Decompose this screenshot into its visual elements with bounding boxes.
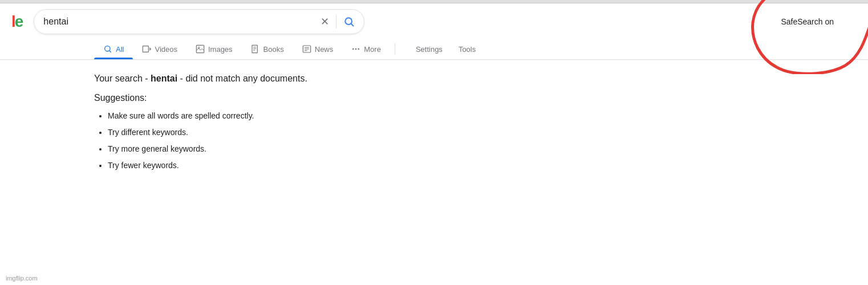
search-button[interactable]	[343, 16, 355, 27]
search-input[interactable]: hentai	[43, 17, 316, 27]
search-bar: hentai ✕	[34, 9, 364, 34]
search-bar-container: hentai ✕	[34, 9, 364, 34]
svg-line-3	[109, 51, 111, 52]
svg-rect-8	[252, 45, 257, 52]
no-results-message: Your search - hentai - did not match any…	[94, 74, 399, 84]
tab-news-label: News	[315, 45, 334, 54]
google-logo: le	[11, 13, 22, 31]
news-tab-icon	[302, 44, 311, 54]
logo-letter-e: e	[15, 13, 23, 30]
tab-videos-label: Videos	[155, 45, 177, 54]
suggestions-title: Suggestions:	[94, 93, 399, 103]
all-tab-icon	[103, 44, 112, 54]
tab-all-label: All	[116, 45, 124, 54]
suggestion-item: Make sure all words are spelled correctl…	[108, 110, 399, 122]
tab-videos[interactable]: Videos	[133, 39, 186, 59]
tab-images-label: Images	[208, 45, 233, 54]
header: le hentai ✕ SafeSearch on	[0, 3, 868, 34]
no-results-after: - did not match any documents.	[180, 74, 307, 83]
suggestions-list: Make sure all words are spelled correctl…	[94, 110, 399, 172]
main-content: Your search - hentai - did not match any…	[0, 60, 399, 190]
suggestion-item: Try more general keywords.	[108, 143, 399, 155]
nav-tabs: All Videos Images	[0, 36, 868, 60]
tab-images[interactable]: Images	[186, 39, 242, 59]
videos-tab-icon	[142, 44, 151, 54]
clear-icon[interactable]: ✕	[321, 17, 329, 27]
svg-line-1	[351, 24, 354, 26]
settings-tools: Settings Tools	[409, 39, 482, 59]
tab-news[interactable]: News	[293, 39, 343, 59]
suggestion-item: Try fewer keywords.	[108, 160, 399, 172]
images-tab-icon	[196, 44, 205, 54]
svg-marker-5	[150, 47, 152, 51]
more-tab-icon	[351, 44, 360, 54]
svg-rect-4	[143, 46, 149, 52]
tab-books-label: Books	[263, 45, 284, 54]
svg-point-16	[352, 48, 354, 50]
tab-more-label: More	[364, 45, 381, 54]
nav-divider	[395, 43, 395, 55]
books-tab-icon	[251, 44, 260, 54]
suggestion-item: Try different keywords.	[108, 127, 399, 139]
safe-search-area: SafeSearch on	[781, 17, 857, 26]
no-results-before: Your search -	[94, 74, 148, 83]
search-divider	[336, 15, 336, 28]
tab-all[interactable]: All	[94, 39, 133, 59]
tab-more[interactable]: More	[342, 39, 390, 59]
tools-button[interactable]: Tools	[452, 39, 482, 59]
search-icon	[343, 16, 355, 27]
tab-books[interactable]: Books	[242, 39, 293, 59]
no-results-query: hentai	[151, 74, 177, 83]
settings-button[interactable]: Settings	[409, 39, 449, 59]
svg-point-17	[355, 48, 357, 50]
safe-search-label[interactable]: SafeSearch on	[781, 17, 834, 26]
svg-point-18	[358, 48, 360, 50]
